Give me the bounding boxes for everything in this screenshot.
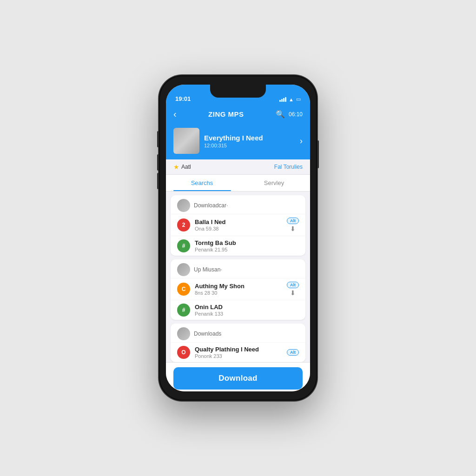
- status-time: 19:01: [175, 95, 191, 102]
- section-header-2: Up Miusan·: [171, 259, 305, 278]
- section-header-1: Downloadcar·: [171, 195, 305, 214]
- tab-servley[interactable]: Servley: [238, 175, 310, 191]
- now-playing-thumbnail: [173, 128, 199, 154]
- scroll-content: Downloadcar· 2 Balla I Ned Ona 59.38 Alt…: [166, 192, 310, 362]
- song-row-1-2[interactable]: # Torntg Ba Sub Penanik 21.95: [171, 236, 305, 256]
- phone-screen: 19:01 ▲ ▭ ‹ ZING MPS 🔍 06:10: [166, 85, 310, 391]
- song-actions-2-1: Alt ⬇: [287, 282, 299, 297]
- section-header-3: Downloads: [171, 324, 305, 342]
- song-actions-3-1: Alt: [287, 349, 299, 356]
- tabs-bar: Searchs Servley: [166, 175, 310, 192]
- header-right: 🔍 06:10: [276, 110, 303, 119]
- alt-badge-1-1[interactable]: Alt: [287, 218, 299, 224]
- alt-badge-2-1[interactable]: Alt: [287, 282, 299, 288]
- download-button-wrap: Download: [166, 362, 310, 391]
- section-name-1: Downloadcar·: [194, 202, 228, 209]
- app-title: ZING MPS: [208, 110, 244, 118]
- section-name-2: Up Miusan·: [194, 266, 222, 273]
- section-avatar-3: [177, 327, 190, 340]
- song-meta-2-2: Penanik 133: [195, 311, 299, 317]
- song-info-2-1: Authing My Shon 8ns 28 30: [195, 283, 282, 296]
- wifi-icon: ▲: [289, 97, 294, 102]
- filter-left-label: Aatl: [181, 164, 191, 170]
- app-header: ‹ ZING MPS 🔍 06:10: [166, 105, 310, 124]
- song-title-2-2: Onin LAD: [195, 304, 299, 311]
- song-meta-1-1: Ona 59.38: [195, 226, 282, 231]
- song-number-badge-1-1: 2: [177, 218, 190, 231]
- song-number-badge-1-2: #: [177, 239, 190, 252]
- tab-searchs[interactable]: Searchs: [166, 175, 238, 191]
- phone-device: 19:01 ▲ ▭ ‹ ZING MPS 🔍 06:10: [159, 75, 317, 401]
- now-playing-card[interactable]: Everything I Need 12:00:315 ›: [166, 124, 310, 159]
- song-meta-2-1: 8ns 28 30: [195, 290, 282, 296]
- section-card-2: Up Miusan· C Authing My Shon 8ns 28 30 A…: [171, 259, 305, 320]
- song-number-badge-2-2: #: [177, 304, 190, 317]
- section-name-3: Downloads: [194, 331, 221, 337]
- download-button[interactable]: Download: [173, 367, 303, 390]
- song-info-3-1: Qualty Plathing I Need Pononk 233: [195, 346, 282, 359]
- search-icon[interactable]: 🔍: [276, 110, 285, 119]
- song-actions-1-1: Alt ⬇: [287, 218, 299, 232]
- song-title-2-1: Authing My Shon: [195, 283, 282, 290]
- signal-bars-icon: [279, 97, 286, 102]
- song-title-3-1: Qualty Plathing I Need: [195, 346, 282, 353]
- section-avatar-1: [177, 199, 190, 212]
- song-number-badge-2-1: C: [177, 283, 190, 296]
- status-icons: ▲ ▭: [279, 96, 301, 102]
- song-row-3-1[interactable]: O Qualty Plathing I Need Pononk 233 Alt: [171, 342, 305, 362]
- now-playing-subtitle: 12:00:315: [204, 143, 295, 148]
- filter-right-label[interactable]: Fal Torulies: [274, 164, 303, 170]
- song-title-1-2: Torntg Ba Sub: [195, 239, 299, 246]
- notch: [210, 85, 266, 98]
- song-meta-3-1: Pononk 233: [195, 353, 282, 359]
- song-info-1-2: Torntg Ba Sub Penanik 21.95: [195, 239, 299, 252]
- now-playing-info: Everything I Need 12:00:315: [204, 134, 295, 148]
- now-playing-title: Everything I Need: [204, 134, 295, 142]
- battery-icon: ▭: [296, 96, 301, 102]
- star-icon: ★: [173, 163, 179, 171]
- now-playing-chevron-icon: ›: [300, 136, 303, 146]
- section-avatar-2: [177, 263, 190, 276]
- song-info-2-2: Onin LAD Penanik 133: [195, 304, 299, 317]
- song-meta-1-2: Penanik 21.95: [195, 247, 299, 252]
- section-card-3: Downloads O Qualty Plathing I Need Ponon…: [171, 324, 305, 362]
- song-title-1-1: Balla I Ned: [195, 218, 282, 225]
- download-icon-1-1[interactable]: ⬇: [290, 225, 296, 232]
- song-row-2-1[interactable]: C Authing My Shon 8ns 28 30 Alt ⬇: [171, 278, 305, 300]
- alt-badge-3-1[interactable]: Alt: [287, 349, 299, 356]
- song-row-1-1[interactable]: 2 Balla I Ned Ona 59.38 Alt ⬇: [171, 214, 305, 236]
- header-time: 06:10: [289, 111, 303, 118]
- filter-left: ★ Aatl: [173, 163, 191, 171]
- filter-row: ★ Aatl Fal Torulies: [166, 159, 310, 175]
- back-button[interactable]: ‹: [173, 109, 177, 119]
- song-number-badge-3-1: O: [177, 346, 190, 359]
- song-info-1-1: Balla I Ned Ona 59.38: [195, 218, 282, 231]
- song-row-2-2[interactable]: # Onin LAD Penanik 133: [171, 300, 305, 320]
- download-icon-2-1[interactable]: ⬇: [290, 289, 296, 297]
- section-card-1: Downloadcar· 2 Balla I Ned Ona 59.38 Alt…: [171, 195, 305, 256]
